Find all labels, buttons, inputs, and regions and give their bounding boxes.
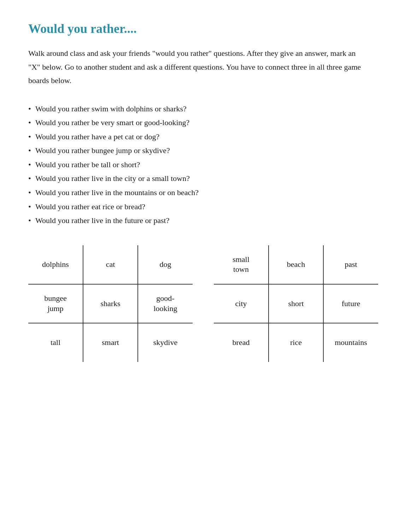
boards-container: dolphinscatdogbungeejumpsharksgood-looki… <box>28 245 383 362</box>
table-row: smalltownbeachpast <box>214 245 378 284</box>
question-item: Would you rather be tall or short? <box>28 158 383 172</box>
question-item: Would you rather live in the mountains o… <box>28 186 383 200</box>
table-cell[interactable]: sharks <box>83 284 138 323</box>
table-row: dolphinscatdog <box>28 245 193 284</box>
table-cell[interactable]: skydive <box>138 323 193 362</box>
table-row: cityshortfuture <box>214 284 378 323</box>
table-cell[interactable]: good-looking <box>138 284 193 323</box>
table-cell[interactable]: bread <box>214 323 269 362</box>
table-cell[interactable]: future <box>323 284 378 323</box>
table-row: tallsmartskydive <box>28 323 193 362</box>
table-cell[interactable]: beach <box>269 245 323 284</box>
question-item: Would you rather be very smart or good-l… <box>28 116 383 130</box>
table-cell[interactable]: mountains <box>323 323 378 362</box>
table-cell[interactable]: cat <box>83 245 138 284</box>
page-title: Would you rather.... <box>28 21 383 36</box>
question-item: Would you rather swim with dolphins or s… <box>28 102 383 116</box>
game-board-1: dolphinscatdogbungeejumpsharksgood-looki… <box>28 245 193 362</box>
table-row: bungeejumpsharksgood-looking <box>28 284 193 323</box>
table-cell[interactable]: past <box>323 245 378 284</box>
question-item: Would you rather live in the city or a s… <box>28 171 383 186</box>
game-board-2: smalltownbeachpastcityshortfuturebreadri… <box>214 245 378 362</box>
question-item: Would you rather bungee jump or skydive? <box>28 144 383 158</box>
table-cell[interactable]: bungeejump <box>28 284 83 323</box>
question-item: Would you rather have a pet cat or dog? <box>28 130 383 144</box>
intro-text: Walk around class and ask your friends "… <box>28 47 364 88</box>
questions-list: Would you rather swim with dolphins or s… <box>28 102 383 228</box>
table-cell[interactable]: city <box>214 284 269 323</box>
table-cell[interactable]: dolphins <box>28 245 83 284</box>
question-item: Would you rather eat rice or bread? <box>28 200 383 214</box>
table-cell[interactable]: tall <box>28 323 83 362</box>
table-row: breadricemountains <box>214 323 378 362</box>
table-cell[interactable]: short <box>269 284 323 323</box>
question-item: Would you rather live in the future or p… <box>28 214 383 228</box>
table-cell[interactable]: smart <box>83 323 138 362</box>
table-cell[interactable]: smalltown <box>214 245 269 284</box>
table-cell[interactable]: dog <box>138 245 193 284</box>
table-cell[interactable]: rice <box>269 323 323 362</box>
